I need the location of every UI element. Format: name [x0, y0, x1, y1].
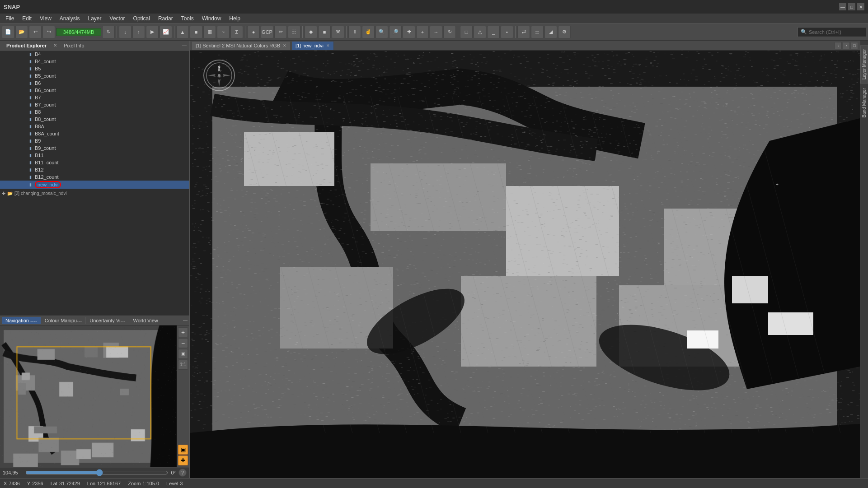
tree-item-new-ndvi[interactable]: ▮ new_ndvi — [0, 181, 189, 189]
tree-item-B8A[interactable]: ▮ B8A — [0, 123, 189, 130]
new-button[interactable]: 📄 — [2, 26, 14, 38]
mosaic-button[interactable]: ✏ — [274, 26, 287, 38]
tree-item-B8-count[interactable]: ▮ B8_count — [0, 116, 189, 123]
classify-button[interactable]: ◆ — [305, 26, 317, 38]
chart-button[interactable]: ▶ — [146, 26, 159, 38]
draw-rect-button[interactable]: □ — [460, 26, 473, 38]
sync-button[interactable]: ⇄ — [517, 26, 530, 38]
close-button[interactable]: ✕ — [857, 3, 864, 10]
undo-button[interactable]: ↩ — [29, 26, 42, 38]
view-tab-sentinel[interactable]: [1] Sentinel 2 MSI Natural Colors RGB ✕ — [192, 41, 291, 50]
minimize-button[interactable]: — — [839, 3, 846, 10]
tab-colour-manip[interactable]: Colour Manipu--- — [41, 317, 86, 324]
open-button[interactable]: 📂 — [15, 26, 28, 38]
maximize-button[interactable]: □ — [848, 3, 855, 10]
profile-button[interactable]: ~ — [217, 26, 230, 38]
import-button[interactable]: ↓ — [119, 26, 131, 38]
nav-zoom-in-btn[interactable]: + — [178, 327, 188, 337]
settings-button[interactable]: ⚙ — [558, 26, 571, 38]
draw-point-button[interactable]: • — [501, 26, 513, 38]
menu-vector[interactable]: Vector — [106, 14, 129, 23]
graph-button[interactable]: 📈 — [160, 26, 172, 38]
draw-line-button[interactable]: ⎯ — [487, 26, 500, 38]
tree-item-B11-count[interactable]: ▮ B11_count — [0, 159, 189, 166]
zoom-fit-button[interactable]: ✚ — [403, 26, 415, 38]
menu-optical[interactable]: Optical — [130, 14, 154, 23]
menu-help[interactable]: Help — [225, 14, 244, 23]
menu-file[interactable]: File — [2, 14, 18, 23]
tool-button[interactable]: ⚒ — [332, 26, 344, 38]
refresh-button[interactable]: ↻ — [102, 26, 115, 38]
zoom-out-button[interactable]: 🔎 — [389, 26, 402, 38]
band-manager-strip[interactable]: Band Manager — [861, 84, 868, 121]
nav-slider-input[interactable] — [25, 469, 168, 476]
menu-radar[interactable]: Radar — [155, 14, 177, 23]
nav-help-button[interactable]: ? — [178, 469, 187, 477]
menu-analysis[interactable]: Analysis — [56, 14, 84, 23]
menu-edit[interactable]: Edit — [19, 14, 35, 23]
folder-icon[interactable]: 📂 — [7, 191, 13, 196]
cursor-button[interactable]: ⇧ — [348, 26, 361, 38]
histogram-button[interactable]: ▦ — [203, 26, 216, 38]
image-viewer[interactable]: N + — [190, 51, 860, 478]
tree-item-B6-count[interactable]: ▮ B6_count — [0, 87, 189, 94]
tree-item-B8[interactable]: ▮ B8 — [0, 108, 189, 116]
add-icon[interactable]: ✚ — [2, 191, 5, 196]
nav-panel-minimize[interactable]: — — [183, 318, 188, 323]
gcp-button[interactable]: GCP — [261, 26, 273, 38]
tree-item-B4-count[interactable]: ▮ B4_count — [0, 58, 189, 65]
nav-orange-btn-2[interactable]: ✚ — [178, 455, 188, 465]
nav-zoom-fit-btn[interactable]: ▣ — [178, 349, 188, 359]
sum-button[interactable]: Σ — [230, 26, 243, 38]
rotate-button[interactable]: ↻ — [443, 26, 456, 38]
tree-item-B4[interactable]: ▮ B4 — [0, 51, 189, 58]
view-maximize-btn[interactable]: □ — [851, 42, 858, 49]
tab-uncertainty[interactable]: Uncertainty Vi--- — [86, 317, 129, 324]
menu-window[interactable]: Window — [198, 14, 225, 23]
spectrum-button[interactable]: ▲ — [176, 26, 189, 38]
zoom-arrow-button[interactable]: → — [430, 26, 442, 38]
tree-item-B6[interactable]: ▮ B6 — [0, 79, 189, 87]
tree-item-B7-count[interactable]: ▮ B7_count — [0, 101, 189, 108]
tree-item-B11[interactable]: ▮ B11 — [0, 152, 189, 159]
tab-pixel-info[interactable]: Pixel Info — [60, 43, 88, 48]
view-next-btn[interactable]: › — [843, 42, 850, 49]
tree-item-product-icons[interactable]: ✚ 📂 [2] chanqing_mosaic_ndvi — [0, 191, 189, 196]
view-tab-sentinel-close[interactable]: ✕ — [283, 43, 286, 48]
view-tab-ndvi[interactable]: [1] new_ndvi ✕ — [291, 41, 334, 50]
view-prev-btn[interactable]: ‹ — [835, 42, 842, 49]
tree-item-B8A-count[interactable]: ▮ B8A_count — [0, 130, 189, 137]
zoom-in-button[interactable]: 🔍 — [375, 26, 388, 38]
tree-item-B12[interactable]: ▮ B12 — [0, 166, 189, 173]
draw-poly-button[interactable]: △ — [474, 26, 486, 38]
menu-tools[interactable]: Tools — [178, 14, 197, 23]
panel-minimize[interactable]: — — [182, 43, 187, 48]
nav-orange-btn-1[interactable]: ▣ — [178, 445, 188, 455]
tree-item-B5[interactable]: ▮ B5 — [0, 65, 189, 72]
menu-layer[interactable]: Layer — [84, 14, 105, 23]
tree-item-B7[interactable]: ▮ B7 — [0, 94, 189, 101]
tree-item-B5-count[interactable]: ▮ B5_count — [0, 72, 189, 79]
tree-item-B9-count[interactable]: ▮ B9_count — [0, 144, 189, 152]
zoom-plus-button[interactable]: + — [416, 26, 429, 38]
pan-button[interactable]: ✌ — [362, 26, 375, 38]
nav-zoom-1-btn[interactable]: 1:1 — [178, 360, 188, 370]
search-input[interactable] — [809, 29, 863, 35]
product-explorer-close[interactable]: ✕ — [52, 42, 58, 49]
tree-item-B9[interactable]: ▮ B9 — [0, 137, 189, 144]
nav-zoom-out-btn[interactable]: − — [178, 338, 188, 348]
layout-button[interactable]: ⚌ — [531, 26, 544, 38]
redo-button[interactable]: ↪ — [42, 26, 55, 38]
segment-button[interactable]: ■ — [318, 26, 331, 38]
expand-button[interactable]: ◢ — [544, 26, 557, 38]
menu-view[interactable]: View — [36, 14, 55, 23]
tree-item-B12-count[interactable]: ▮ B12_count — [0, 173, 189, 181]
layer-manager-strip[interactable]: Layer Manager — [860, 45, 868, 84]
scatter-button[interactable]: ■ — [190, 26, 202, 38]
export-button[interactable]: ↑ — [132, 26, 145, 38]
view-tab-ndvi-close[interactable]: ✕ — [326, 43, 330, 48]
tab-navigation[interactable]: Navigation ---- — [2, 317, 41, 324]
mosaic2-button[interactable]: ☷ — [288, 26, 300, 38]
tab-product-explorer[interactable]: Product Explorer — [3, 43, 50, 48]
pin-button[interactable]: ● — [247, 26, 260, 38]
